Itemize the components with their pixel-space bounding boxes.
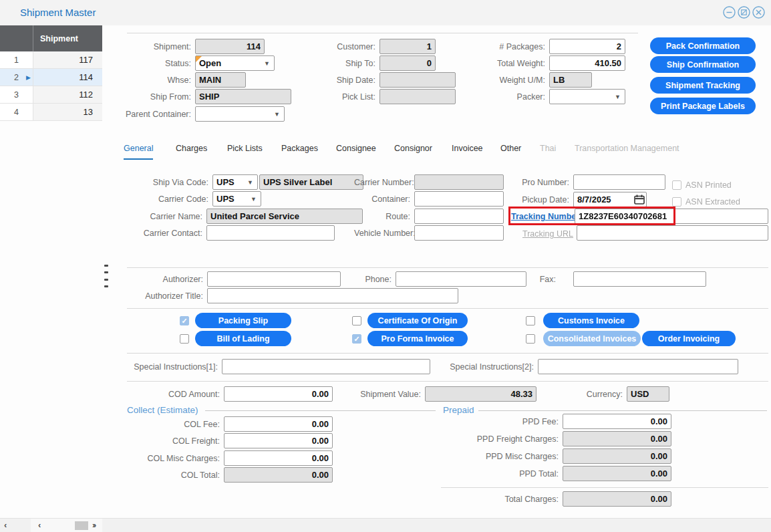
tab-general[interactable]: General bbox=[124, 144, 153, 160]
scroll-left-icon[interactable]: ‹ bbox=[38, 520, 41, 530]
special-instructions-2-input[interactable] bbox=[538, 359, 738, 374]
restore-button[interactable] bbox=[738, 6, 750, 19]
panel-splitter-handle[interactable] bbox=[104, 265, 109, 287]
carrier-code-select[interactable]: UPS▼ bbox=[212, 191, 261, 207]
bill-of-lading-button[interactable]: Bill of Lading bbox=[195, 331, 291, 346]
status-select[interactable]: Open▼ bbox=[195, 55, 275, 71]
minimize-button[interactable] bbox=[723, 6, 736, 19]
order-invoicing-button[interactable]: Order Invoicing bbox=[642, 331, 736, 346]
grid-row-3[interactable]: 3 112 bbox=[0, 86, 102, 104]
calendar-icon[interactable] bbox=[634, 194, 645, 205]
tracking-number-input[interactable] bbox=[575, 209, 768, 224]
shipment-tracking-button[interactable]: Shipment Tracking bbox=[650, 77, 756, 94]
pick-list-input bbox=[379, 89, 456, 104]
vehicle-number-input[interactable] bbox=[414, 225, 504, 241]
field-ppd-fee: PPD Fee: bbox=[441, 414, 671, 429]
pro-forma-invoice-button[interactable]: Pro Forma Invoice bbox=[367, 331, 468, 346]
shipment-master-window: Shipment Master Shipment 1 117 2▶ 114 3 … bbox=[0, 0, 771, 532]
parent-container-select[interactable]: ▼ bbox=[195, 106, 285, 122]
field-ship-to: Ship To: bbox=[321, 55, 436, 71]
page-title: Shipment Master bbox=[20, 7, 96, 18]
tracking-url-input[interactable] bbox=[577, 225, 768, 241]
cod-amount-input[interactable] bbox=[224, 386, 333, 402]
total-weight-input[interactable] bbox=[549, 55, 625, 71]
panel-scroll-right-icon[interactable]: › bbox=[94, 520, 96, 530]
print-package-labels-button[interactable]: Print Package Labels bbox=[650, 98, 756, 114]
carrier-name-input bbox=[206, 209, 363, 224]
col-freight-input[interactable] bbox=[224, 433, 333, 448]
customer-input bbox=[379, 39, 436, 54]
carrier-contact-input[interactable] bbox=[206, 225, 335, 241]
authorizer-title-input[interactable] bbox=[207, 288, 458, 303]
grid-row-2-selected[interactable]: 2▶ 114 bbox=[0, 69, 102, 86]
close-button[interactable] bbox=[752, 6, 765, 19]
shipment-cell: 112 bbox=[33, 86, 102, 103]
ppd-fee-input[interactable] bbox=[563, 414, 671, 429]
close-icon bbox=[752, 6, 765, 19]
field-col-total: COL Total: bbox=[134, 467, 333, 483]
ppd-freight-charges-input bbox=[563, 431, 671, 446]
tab-consignee[interactable]: Consignee bbox=[336, 144, 376, 158]
customs-invoice-checkbox[interactable] bbox=[526, 316, 535, 325]
chevron-down-icon: ▼ bbox=[251, 196, 257, 203]
pro-number-input[interactable] bbox=[573, 174, 665, 190]
ship-confirmation-button[interactable]: Ship Confirmation bbox=[650, 56, 756, 73]
special-instructions-1-input[interactable] bbox=[222, 359, 430, 374]
packages-input[interactable] bbox=[549, 39, 625, 54]
packing-slip-checkbox[interactable] bbox=[180, 316, 189, 325]
tab-invoicee[interactable]: Invoicee bbox=[452, 144, 483, 158]
route-input[interactable] bbox=[414, 209, 504, 224]
ship-date-input bbox=[379, 72, 456, 88]
certificate-of-origin-button[interactable]: Certificate Of Origin bbox=[367, 313, 468, 328]
field-total-charges: Total Charges: bbox=[441, 491, 671, 507]
packer-select[interactable]: ▼ bbox=[549, 89, 625, 104]
consolidated-invoices-button: Consolidated Invoices bbox=[543, 331, 641, 346]
bill-of-lading-checkbox[interactable] bbox=[180, 334, 189, 344]
asn-extracted-checkbox bbox=[672, 197, 681, 207]
field-ship-date: Ship Date: bbox=[321, 72, 456, 88]
pro-forma-invoice-checkbox[interactable] bbox=[352, 334, 361, 344]
field-pickup-date: Pickup Date: bbox=[494, 192, 647, 207]
authorizer-input[interactable] bbox=[207, 271, 341, 287]
consolidated-invoices-checkbox[interactable] bbox=[526, 334, 535, 344]
carrier-number-input bbox=[414, 174, 504, 190]
field-ppd-freight-charges: PPD Freight Charges: bbox=[441, 431, 671, 446]
scrollbar-track[interactable]: ‹ › bbox=[31, 519, 102, 532]
customs-invoice-button[interactable]: Customs Invoice bbox=[543, 313, 639, 328]
ship-via-desc-input bbox=[259, 174, 363, 190]
scrollbar-thumb[interactable] bbox=[75, 521, 88, 530]
pack-confirmation-button[interactable]: Pack Confirmation bbox=[650, 37, 756, 54]
chevron-down-icon: ▼ bbox=[615, 94, 621, 100]
selected-row-arrow-icon: ▶ bbox=[26, 74, 31, 81]
tab-consignor[interactable]: Consignor bbox=[394, 144, 432, 158]
chevron-down-icon: ▼ bbox=[247, 179, 253, 186]
col-fee-input[interactable] bbox=[224, 416, 333, 432]
tab-pick-lists[interactable]: Pick Lists bbox=[227, 144, 263, 158]
phone-input[interactable] bbox=[396, 271, 526, 287]
packing-slip-button[interactable]: Packing Slip bbox=[195, 313, 291, 328]
grid-row-4[interactable]: 4 13 bbox=[0, 104, 102, 121]
shipment-grid: Shipment 1 117 2▶ 114 3 112 4 13 bbox=[0, 25, 102, 121]
field-carrier-name: Carrier Name: bbox=[130, 209, 363, 224]
tab-other[interactable]: Other bbox=[500, 144, 521, 158]
currency-input bbox=[627, 386, 669, 402]
container-input[interactable] bbox=[414, 191, 504, 207]
tracking-number-link[interactable]: Tracking Number bbox=[511, 212, 579, 221]
shipment-cell: 13 bbox=[33, 104, 102, 120]
grid-corner-cell bbox=[0, 25, 33, 51]
panel-scroll-left-icon[interactable]: ‹ bbox=[4, 520, 7, 530]
grid-row-1[interactable]: 1 117 bbox=[0, 51, 102, 69]
asn-printed-checkbox bbox=[672, 180, 681, 190]
fax-input[interactable] bbox=[573, 271, 706, 287]
field-route: Route: bbox=[354, 209, 504, 224]
collect-group-title: Collect (Estimate) bbox=[127, 405, 198, 415]
field-pro-number: Pro Number: bbox=[494, 174, 665, 190]
grid-header-shipment: Shipment bbox=[33, 25, 102, 51]
ship-via-code-select[interactable]: UPS▼ bbox=[212, 174, 258, 190]
tab-packages[interactable]: Packages bbox=[281, 144, 318, 158]
certificate-of-origin-checkbox[interactable] bbox=[352, 316, 361, 325]
field-total-weight: Total Weight: bbox=[485, 55, 625, 71]
divider bbox=[127, 381, 768, 382]
col-misc-charges-input[interactable] bbox=[224, 450, 333, 466]
tab-charges[interactable]: Charges bbox=[176, 144, 207, 158]
